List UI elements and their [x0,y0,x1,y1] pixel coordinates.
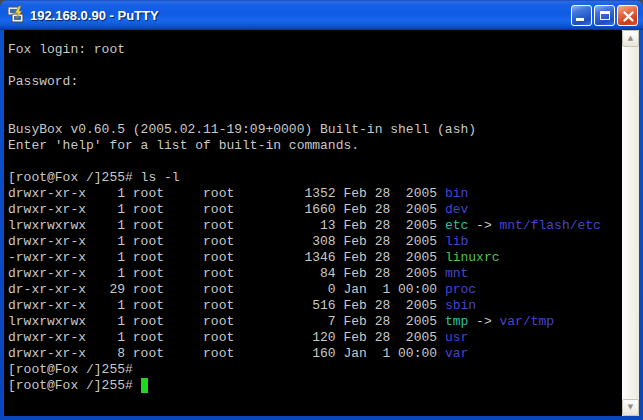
terminal-text: var/tmp [500,314,555,329]
terminal-line: [root@Fox /]255# [8,362,622,378]
scrollbar[interactable]: ▲ ▼ [622,30,639,416]
terminal-text: drwxr-xr-x 1 root root 1660 Feb 28 2005 [8,202,445,217]
terminal-text: Enter 'help' for a list of built-in comm… [8,138,359,153]
terminal-line: drwxr-xr-x 1 root root 120 Feb 28 2005 u… [8,330,622,346]
terminal-text: drwxr-xr-x 1 root root 1352 Feb 28 2005 [8,186,445,201]
terminal-text: -> [468,218,499,233]
terminal-output: Fox login: rootPassword:BusyBox v0.60.5 … [4,30,622,416]
terminal-line: Password: [8,74,622,90]
scroll-down-button[interactable]: ▼ [622,399,639,416]
maximize-icon [600,11,610,20]
terminal-line: lrwxrwxrwx 1 root root 7 Feb 28 2005 tmp… [8,314,622,330]
terminal-text: mnt/flash/etc [500,218,601,233]
chevron-down-icon: ▼ [628,404,633,411]
chevron-up-icon: ▲ [628,35,633,42]
terminal-text: tmp [445,314,468,329]
terminal-line [8,154,622,170]
terminal-line: drwxr-xr-x 1 root root 1660 Feb 28 2005 … [8,202,622,218]
terminal-text: sbin [445,298,476,313]
terminal-text: drwxr-xr-x 8 root root 160 Jan 1 00:00 [8,346,445,361]
scroll-up-button[interactable]: ▲ [622,30,639,47]
window-title: 192.168.0.90 - PuTTY [30,8,569,23]
terminal-line: drwxr-xr-x 8 root root 160 Jan 1 00:00 v… [8,346,622,362]
terminal-text: -rwxr-xr-x 1 root root 1346 Feb 28 2005 [8,250,445,265]
terminal-text: bin [445,186,468,201]
terminal-line [8,106,622,122]
terminal-text: Password: [8,74,78,89]
terminal-text: usr [445,330,468,345]
terminal-line: [root@Fox /]255# [8,378,622,394]
titlebar[interactable]: 192.168.0.90 - PuTTY [0,0,643,30]
terminal-line: [root@Fox /]255# ls -l [8,170,622,186]
close-icon [622,10,635,23]
terminal-line: drwxr-xr-x 1 root root 308 Feb 28 2005 l… [8,234,622,250]
terminal-text: [root@Fox /]255# [8,378,141,393]
terminal-line: drwxr-xr-x 1 root root 1352 Feb 28 2005 … [8,186,622,202]
terminal-line: Enter 'help' for a list of built-in comm… [8,138,622,154]
close-button[interactable] [617,5,638,26]
terminal-text: proc [445,282,476,297]
terminal-line: drwxr-xr-x 1 root root 84 Feb 28 2005 mn… [8,266,622,282]
terminal-text: var [445,346,468,361]
terminal-text: drwxr-xr-x 1 root root 308 Feb 28 2005 [8,234,445,249]
terminal-text: dr-xr-xr-x 29 root root 0 Jan 1 00:00 [8,282,445,297]
minimize-button[interactable] [571,5,592,26]
terminal-text: drwxr-xr-x 1 root root 84 Feb 28 2005 [8,266,445,281]
terminal-text: drwxr-xr-x 1 root root 516 Feb 28 2005 [8,298,445,313]
terminal-line: Fox login: root [8,42,622,58]
terminal-text: -> [468,314,499,329]
terminal-text: [root@Fox /]255# [8,362,133,377]
terminal-text: [root@Fox /]255# ls -l [8,170,180,185]
minimize-icon [576,18,584,21]
terminal-line: lrwxrwxrwx 1 root root 13 Feb 28 2005 et… [8,218,622,234]
terminal-text: dev [445,202,468,217]
terminal-line: BusyBox v0.60.5 (2005.02.11-19:09+0000) … [8,122,622,138]
terminal-text: drwxr-xr-x 1 root root 120 Feb 28 2005 [8,330,445,345]
scrollbar-track[interactable] [622,47,639,399]
window-controls [569,5,638,26]
terminal-area[interactable]: Fox login: rootPassword:BusyBox v0.60.5 … [4,30,639,416]
terminal-text: lrwxrwxrwx 1 root root 7 Feb 28 2005 [8,314,445,329]
terminal-line: drwxr-xr-x 1 root root 516 Feb 28 2005 s… [8,298,622,314]
terminal-text: BusyBox v0.60.5 (2005.02.11-19:09+0000) … [8,122,476,137]
terminal-line [8,58,622,74]
terminal-line [8,90,622,106]
terminal-text: lrwxrwxrwx 1 root root 13 Feb 28 2005 [8,218,445,233]
terminal-line: dr-xr-xr-x 29 root root 0 Jan 1 00:00 pr… [8,282,622,298]
terminal-text: linuxrc [445,250,500,265]
putty-window: 192.168.0.90 - PuTTY Fox login: rootPass… [0,0,643,420]
putty-icon [6,5,26,25]
terminal-text: etc [445,218,468,233]
maximize-button[interactable] [594,5,615,26]
terminal-line: -rwxr-xr-x 1 root root 1346 Feb 28 2005 … [8,250,622,266]
terminal-text: Fox login: root [8,42,125,57]
terminal-text: mnt [445,266,468,281]
terminal-cursor [141,378,149,393]
terminal-text: lib [445,234,468,249]
